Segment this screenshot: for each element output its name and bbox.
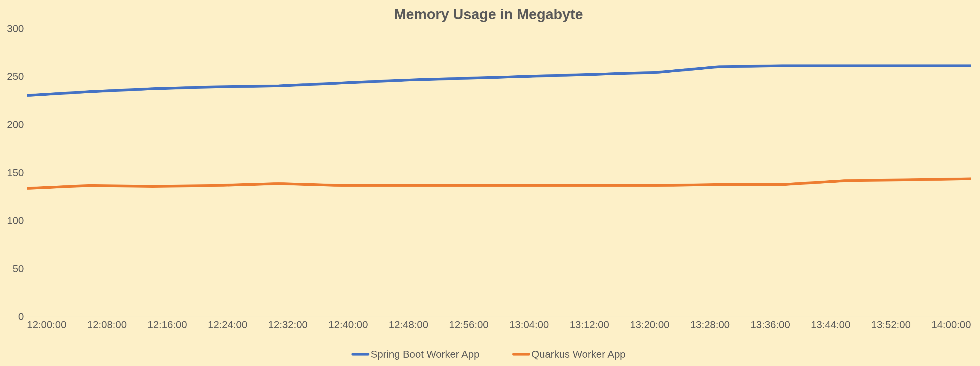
- x-tick-label: 12:56:00: [449, 319, 488, 330]
- y-tick-label: 200: [7, 118, 24, 130]
- x-axis: 12:00:0012:08:0012:16:0012:24:0012:32:00…: [27, 319, 971, 330]
- x-tick-label: 13:28:00: [690, 319, 730, 330]
- series-line: [27, 66, 971, 95]
- chart-svg: [27, 29, 971, 316]
- y-tick-label: 150: [7, 167, 24, 178]
- y-tick-label: 100: [7, 215, 24, 226]
- plot-area: [27, 29, 971, 317]
- x-tick-label: 14:00:00: [931, 319, 971, 330]
- legend-swatch: [352, 353, 369, 355]
- x-tick-label: 13:44:00: [811, 319, 850, 330]
- x-tick-label: 12:00:00: [27, 319, 66, 330]
- plot-row: 050100150200250300: [6, 29, 971, 317]
- legend-label: Spring Boot Worker App: [371, 348, 479, 360]
- x-tick-label: 13:36:00: [751, 319, 790, 330]
- y-tick-label: 300: [7, 23, 24, 34]
- x-axis-row: 12:00:0012:08:0012:16:0012:24:0012:32:00…: [6, 319, 971, 330]
- series-line: [27, 179, 971, 188]
- legend-item: Spring Boot Worker App: [352, 348, 479, 360]
- legend-label: Quarkus Worker App: [531, 348, 625, 360]
- x-tick-label: 12:24:00: [208, 319, 247, 330]
- x-tick-label: 12:32:00: [268, 319, 307, 330]
- y-tick-label: 250: [7, 70, 24, 82]
- x-tick-label: 13:20:00: [630, 319, 670, 330]
- legend-swatch: [512, 353, 530, 355]
- x-tick-label: 13:12:00: [570, 319, 609, 330]
- x-tick-label: 13:04:00: [509, 319, 549, 330]
- y-tick-label: 0: [18, 311, 24, 322]
- x-tick-label: 12:16:00: [148, 319, 187, 330]
- chart-title: Memory Usage in Megabyte: [6, 6, 971, 22]
- x-tick-label: 13:52:00: [871, 319, 911, 330]
- x-tick-label: 12:40:00: [328, 319, 368, 330]
- legend: Spring Boot Worker AppQuarkus Worker App: [6, 348, 971, 360]
- x-tick-label: 12:08:00: [87, 319, 127, 330]
- x-tick-label: 12:48:00: [389, 319, 428, 330]
- legend-item: Quarkus Worker App: [512, 348, 625, 360]
- y-tick-label: 50: [13, 263, 24, 274]
- y-axis: 050100150200250300: [6, 29, 27, 317]
